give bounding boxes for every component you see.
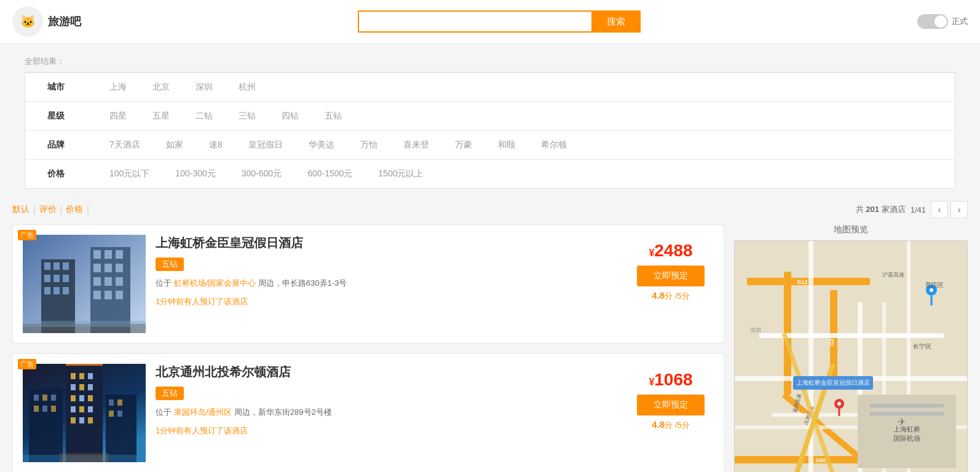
map-container[interactable]: G12 沪嘉高速 G2 G2 G15 G50 S124	[734, 240, 968, 472]
hotel-name-1[interactable]: 上海虹桥金臣皇冠假日酒店	[156, 235, 618, 251]
sort-options: 默认 | 评价 | 价格 |	[12, 204, 93, 215]
svg-rect-34	[71, 395, 76, 401]
hotel-list: 广告	[12, 224, 724, 472]
svg-rect-39	[88, 406, 93, 412]
price-under100[interactable]: 100元以下	[106, 166, 153, 182]
svg-rect-27	[66, 367, 103, 462]
svg-text:国际机场: 国际机场	[893, 435, 920, 442]
total-label: 共 201 家酒店	[856, 204, 906, 215]
star-option-2z[interactable]: 二钻	[192, 108, 216, 124]
sort-default[interactable]: 默认	[12, 204, 30, 215]
sort-divider3: |	[87, 205, 89, 214]
toggle-label: 正式	[952, 16, 968, 27]
book-button-1[interactable]: 立即预定	[637, 266, 705, 286]
brand-crowne[interactable]: 皇冠假日	[245, 137, 286, 153]
brand-sheraton[interactable]: 喜来登	[400, 137, 433, 153]
search-area: 搜索	[358, 10, 641, 33]
hotel-price-1: ¥2488	[649, 241, 692, 261]
svg-rect-87	[870, 404, 944, 407]
filter-label-brand: 品牌	[25, 137, 87, 153]
svg-rect-25	[23, 321, 146, 327]
svg-rect-42	[88, 417, 93, 423]
city-option-beijing[interactable]: 北京	[149, 79, 173, 95]
search-input[interactable]	[358, 10, 591, 33]
svg-rect-55	[117, 411, 122, 417]
star-options: 四星 五星 二钻 三钻 四钻 五钻	[100, 108, 352, 124]
brand-ramada[interactable]: 华美达	[305, 137, 338, 153]
page-indicator: 1/41	[911, 205, 926, 214]
hotel-image-1[interactable]	[23, 235, 146, 333]
svg-rect-9	[53, 287, 60, 294]
svg-rect-22	[105, 291, 112, 299]
svg-rect-3	[53, 262, 60, 270]
svg-rect-13	[105, 250, 112, 259]
svg-rect-36	[88, 395, 93, 401]
svg-text:长宁区: 长宁区	[913, 343, 931, 350]
svg-rect-18	[93, 277, 101, 286]
star-option-4z[interactable]: 四钻	[278, 108, 302, 124]
svg-point-97	[930, 288, 933, 292]
hotel-rating-2: 4.8分 /5分	[652, 419, 689, 431]
price-600-1500[interactable]: 600-1500元	[304, 166, 356, 182]
svg-rect-2	[44, 262, 50, 270]
mode-toggle[interactable]	[917, 14, 948, 29]
city-option-shenzhen[interactable]: 深圳	[192, 79, 216, 95]
brand-courtyard[interactable]: 万怡	[357, 137, 381, 153]
hotel-image-2[interactable]	[23, 364, 146, 462]
svg-rect-38	[79, 406, 84, 412]
svg-rect-4	[63, 262, 69, 270]
search-button[interactable]: 搜索	[591, 10, 641, 33]
svg-text:G50: G50	[815, 457, 826, 463]
hotel-info-2: 北京通州北投希尔顿酒店 五钻 位于 果园环岛/通州区 周边，新华东街289号2号…	[156, 364, 618, 462]
brand-hilton[interactable]: 希尔顿	[537, 137, 571, 153]
city-option-shanghai[interactable]: 上海	[106, 79, 130, 95]
svg-text:✈: ✈	[898, 417, 906, 427]
svg-rect-35	[79, 395, 84, 401]
prev-page-button[interactable]: ‹	[931, 201, 948, 218]
svg-rect-21	[93, 291, 101, 299]
hotel-location-2: 位于 果园环岛/通州区 周边，新华东街289号2号楼	[156, 406, 618, 419]
sort-rating[interactable]: 评价	[39, 204, 57, 215]
svg-rect-17	[116, 264, 123, 272]
location-link-2[interactable]: 果园环岛/通州区	[174, 407, 232, 417]
ad-badge-1: 广告	[18, 230, 36, 240]
star-option-4[interactable]: 四星	[106, 108, 130, 124]
filter-row-brand: 品牌 7天酒店 如家 速8 皇冠假日 华美达 万怡 喜来登 万豪 和颐 希尔顿	[25, 130, 955, 159]
svg-rect-45	[34, 395, 39, 401]
header: 🐱 旅游吧 搜索 正式	[0, 0, 980, 44]
svg-text:沪嘉高速: 沪嘉高速	[882, 272, 904, 278]
book-button-2[interactable]: 立即预定	[637, 395, 705, 415]
price-100-300[interactable]: 100-300元	[172, 166, 219, 182]
city-option-hangzhou[interactable]: 杭州	[235, 79, 259, 95]
svg-rect-19	[105, 277, 112, 286]
next-page-button[interactable]: ›	[950, 201, 968, 218]
svg-rect-47	[51, 395, 56, 401]
price-over1500[interactable]: 1500元以上	[374, 166, 427, 182]
results-label: 全部结果：	[12, 51, 968, 72]
svg-rect-23	[116, 291, 123, 299]
brand-heyi[interactable]: 和颐	[494, 137, 519, 153]
star-option-5z[interactable]: 五钻	[321, 108, 346, 124]
star-option-5[interactable]: 五星	[149, 108, 173, 124]
brand-rujia[interactable]: 如家	[162, 137, 187, 153]
filter-row-star: 星级 四星 五星 二钻 三钻 四钻 五钻	[25, 101, 955, 130]
hotel-rating-1: 4.8分 /5分	[652, 290, 689, 302]
logo-image: 🐱	[12, 6, 43, 37]
svg-text:G12: G12	[797, 279, 807, 285]
star-option-3z[interactable]: 三钻	[235, 108, 259, 124]
svg-rect-5	[44, 275, 50, 282]
sort-divider1: |	[33, 205, 36, 214]
price-options: 100元以下 100-300元 300-600元 600-1500元 1500元…	[100, 166, 433, 182]
brand-su8[interactable]: 速8	[205, 137, 226, 153]
page-nav: ‹ ›	[931, 201, 968, 218]
svg-text:上海虹桥金臣皇冠假日酒店: 上海虹桥金臣皇冠假日酒店	[796, 379, 870, 386]
price-300-600[interactable]: 300-600元	[238, 166, 285, 182]
svg-rect-31	[71, 384, 76, 390]
svg-rect-46	[42, 395, 47, 401]
brand-7days[interactable]: 7天酒店	[106, 137, 144, 153]
sort-price[interactable]: 价格	[66, 204, 83, 215]
hotel-name-2[interactable]: 北京通州北投希尔顿酒店	[156, 364, 618, 380]
location-link-1[interactable]: 虹桥机场/国家会展中心	[174, 278, 256, 288]
brand-marriott[interactable]: 万豪	[451, 137, 476, 153]
sort-pagination-bar: 默认 | 评价 | 价格 | 共 201 家酒店 1/41 ‹ ›	[0, 195, 980, 224]
